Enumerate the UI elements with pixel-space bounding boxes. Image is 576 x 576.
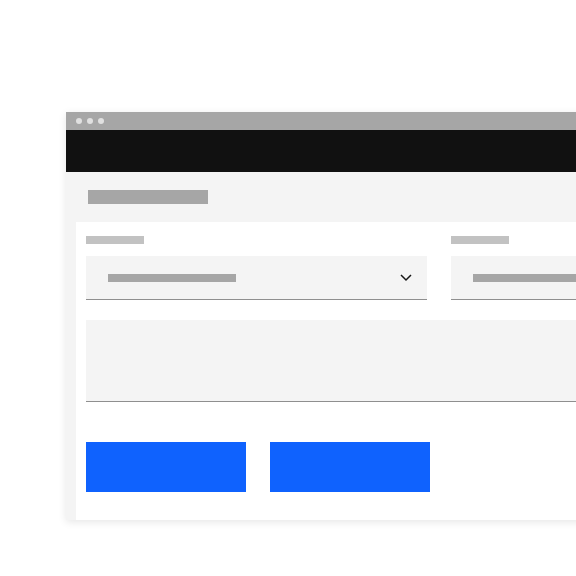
form-row xyxy=(86,236,576,300)
select-input-2[interactable] xyxy=(451,256,576,300)
field-label xyxy=(86,236,144,244)
secondary-button[interactable] xyxy=(270,442,430,492)
close-icon[interactable] xyxy=(76,118,82,124)
window-titlebar xyxy=(66,112,576,130)
button-row xyxy=(86,442,576,492)
page-content xyxy=(66,172,576,520)
maximize-icon[interactable] xyxy=(98,118,104,124)
field-label xyxy=(451,236,509,244)
page-title xyxy=(88,190,208,204)
minimize-icon[interactable] xyxy=(87,118,93,124)
textarea-input[interactable] xyxy=(86,320,576,402)
select-input-1[interactable] xyxy=(86,256,427,300)
form-card xyxy=(76,222,576,520)
select-value xyxy=(108,274,236,282)
primary-button[interactable] xyxy=(86,442,246,492)
select-value xyxy=(473,274,576,282)
app-header xyxy=(66,130,576,172)
chevron-down-icon xyxy=(399,271,413,285)
browser-window xyxy=(66,112,576,520)
form-field-1 xyxy=(86,236,427,300)
form-field-2 xyxy=(451,236,576,300)
